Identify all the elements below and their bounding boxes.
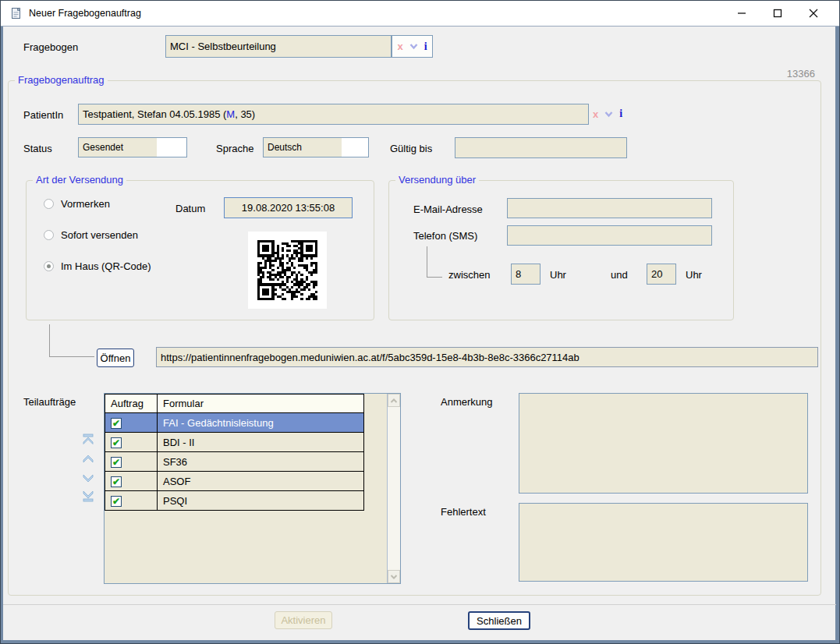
table-row[interactable]: ✔FAI - Gedächtnisleistung — [105, 413, 364, 433]
versandart-group-title: Art der Versendung — [33, 174, 126, 186]
move-to-top-button[interactable] — [80, 431, 95, 446]
close-button[interactable] — [796, 1, 831, 26]
formular-cell[interactable]: BDI - II — [158, 433, 364, 452]
auftrag-cell[interactable]: ✔ — [105, 491, 158, 511]
auftrag-cell[interactable]: ✔ — [105, 413, 158, 433]
title-bar[interactable]: Neuer Fragebogenauftrag — [1, 1, 839, 27]
minimize-icon — [737, 9, 746, 18]
radio-option-label: Vormerken — [61, 198, 110, 210]
chevron-down-icon — [390, 574, 398, 580]
move-up-button[interactable] — [80, 451, 95, 466]
move-to-bottom-button[interactable] — [80, 488, 95, 503]
table-scrollbar[interactable] — [387, 394, 400, 583]
formular-cell[interactable]: ASOF — [158, 472, 364, 491]
time-from-field[interactable]: 8 — [511, 264, 541, 285]
document-icon — [10, 7, 23, 19]
patient-gender: M — [226, 108, 235, 120]
footer-separator — [3, 604, 836, 605]
fragebogen-icon-box: x i — [392, 35, 433, 58]
info-icon[interactable]: i — [619, 108, 622, 119]
email-label: E-Mail-Adresse — [413, 203, 483, 215]
maximize-button[interactable] — [760, 1, 796, 26]
column-header-auftrag[interactable]: Auftrag — [105, 395, 158, 413]
time-to-value: 20 — [651, 268, 662, 280]
clear-icon[interactable]: x — [397, 41, 402, 51]
url-value: https://patientinnenfragebogen.meduniwie… — [161, 352, 579, 363]
time-to-unit: Uhr — [686, 269, 702, 281]
close-icon — [809, 9, 818, 18]
fragebogen-value: MCI - Selbstbeurteilung — [170, 41, 276, 52]
checkbox-checked-icon[interactable]: ✔ — [111, 457, 122, 468]
fragebogen-combobox[interactable]: MCI - Selbstbeurteilung — [165, 35, 392, 58]
gueltig-bis-field[interactable] — [455, 137, 627, 158]
table-row[interactable]: ✔PSQI — [105, 491, 364, 511]
anmerkung-label: Anmerkung — [441, 396, 492, 408]
schliessen-button[interactable]: Schließen — [468, 611, 530, 630]
radio-unselected-icon[interactable] — [44, 230, 54, 240]
status-value: Gesendet — [83, 142, 123, 153]
teilauftraege-list: Auftrag Formular ✔FAI - Gedächtnisleistu… — [104, 393, 401, 584]
table-row[interactable]: ✔ASOF — [105, 472, 364, 491]
email-field[interactable] — [507, 198, 712, 218]
fehlertext-label: Fehlertext — [441, 506, 486, 518]
versendung-ueber-group: Versendung über E-Mail-Adresse Telefon (… — [388, 180, 734, 320]
table-row[interactable]: ✔SF36 — [105, 452, 364, 472]
auftrag-cell[interactable]: ✔ — [105, 433, 158, 452]
fragebogenauftrag-group-title: Fragebogenauftrag — [15, 74, 108, 86]
chevron-up-icon — [81, 452, 95, 466]
auftrag-cell[interactable]: ✔ — [105, 452, 158, 472]
versandart-group: Art der Versendung VormerkenSofort verse… — [26, 180, 374, 320]
table-row[interactable]: ✔BDI - II — [105, 433, 364, 452]
scroll-down-button[interactable] — [388, 570, 400, 583]
fragebogen-label: Fragebogen — [23, 41, 78, 53]
formular-cell[interactable]: PSQI — [158, 491, 364, 511]
clear-icon[interactable]: x — [593, 109, 598, 119]
patient-combobox[interactable]: Testpatient, Stefan 04.05.1985 (M, 35) — [78, 104, 589, 125]
radio-unselected-icon[interactable] — [44, 199, 54, 209]
time-from-unit: Uhr — [550, 269, 566, 281]
radio-option-label: Sofort versenden — [61, 229, 138, 241]
formular-cell[interactable]: SF36 — [158, 452, 364, 472]
column-header-formular[interactable]: Formular — [158, 395, 364, 413]
checkbox-checked-icon[interactable]: ✔ — [111, 418, 122, 429]
dialog-content: Fragebogen MCI - Selbstbeurteilung x i 1… — [1, 27, 839, 643]
info-icon[interactable]: i — [424, 41, 427, 52]
time-to-field[interactable]: 20 — [647, 264, 676, 285]
status-combobox[interactable]: Gesendet — [78, 137, 187, 157]
maximize-icon — [773, 9, 782, 18]
patient-label: PatientIn — [23, 109, 63, 121]
datum-field[interactable]: 19.08.2020 13:55:08 — [224, 197, 353, 218]
scroll-up-button[interactable] — [388, 394, 400, 407]
formular-cell[interactable]: FAI - Gedächtnisleistung — [158, 413, 364, 433]
checkbox-checked-icon[interactable]: ✔ — [111, 476, 122, 487]
aktivieren-button[interactable]: Aktivieren — [275, 611, 332, 629]
dialog-window: Neuer Fragebogenauftrag Fragebogen MCI -… — [0, 0, 840, 644]
chevron-down-icon[interactable] — [604, 111, 613, 118]
sprache-combobox[interactable]: Deutsch — [263, 137, 369, 157]
auftrag-cell[interactable]: ✔ — [105, 472, 158, 491]
anmerkung-textarea[interactable] — [519, 393, 808, 494]
radio-option-im-haus-qr-code[interactable]: Im Haus (QR-Code) — [44, 260, 151, 272]
telefon-label: Telefon (SMS) — [413, 230, 477, 242]
radio-option-vormerken[interactable]: Vormerken — [44, 197, 110, 210]
telefon-field[interactable] — [507, 225, 712, 246]
radio-option-sofort-versenden[interactable]: Sofort versenden — [44, 228, 138, 241]
url-field[interactable]: https://patientinnenfragebogen.meduniwie… — [156, 347, 818, 367]
patient-value-suffix: , 35) — [235, 108, 255, 120]
patient-value: Testpatient, Stefan 04.05.1985 ( — [83, 108, 226, 120]
radio-selected-icon[interactable] — [44, 261, 54, 271]
radio-option-label: Im Haus (QR-Code) — [61, 260, 151, 272]
datum-label: Datum — [175, 203, 205, 214]
checkbox-checked-icon[interactable]: ✔ — [111, 496, 122, 507]
checkbox-checked-icon[interactable]: ✔ — [111, 437, 122, 448]
teilauftraege-label: Teilaufträge — [23, 396, 76, 408]
move-down-button[interactable] — [80, 470, 95, 485]
oeffnen-button[interactable]: Öffnen — [97, 349, 134, 367]
datum-value: 19.08.2020 13:55:08 — [242, 202, 335, 214]
fehlertext-textarea[interactable] — [519, 503, 808, 582]
chevron-up-icon — [390, 398, 398, 404]
minimize-button[interactable] — [724, 1, 760, 26]
record-id-badge: 13366 — [787, 68, 815, 80]
und-label: und — [611, 269, 628, 281]
chevron-down-icon[interactable] — [409, 43, 418, 50]
